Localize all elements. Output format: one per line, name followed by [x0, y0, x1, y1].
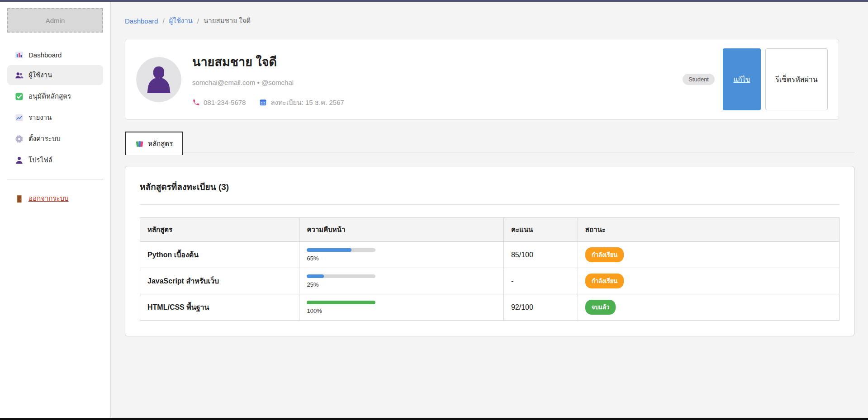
- sidebar-item-label: โปรไฟล์: [28, 155, 52, 165]
- phone-item: 081-234-5678: [192, 99, 246, 106]
- status-badge: กำลังเรียน: [585, 274, 624, 288]
- sidebar-item-label: ผู้ใช้งาน: [28, 70, 52, 80]
- sidebar-divider: [7, 179, 103, 179]
- status-cell: กำลังเรียน: [578, 268, 839, 294]
- tab-courses[interactable]: หลักสูตร: [125, 132, 183, 155]
- sidebar-item-logout[interactable]: ออกจากระบบ: [7, 189, 103, 208]
- user-email: somchai@email.com • @somchai: [192, 79, 672, 86]
- breadcrumb: Dashboard/ผู้ใช้งาน/นายสมชาย ใจดี: [125, 15, 854, 26]
- column-header: หลักสูตร: [140, 218, 299, 242]
- progress-label: 65%: [307, 255, 496, 262]
- status-cell: กำลังเรียน: [578, 242, 839, 268]
- status-badge: จบแล้ว: [585, 300, 616, 315]
- sidebar-item-label: อนุมัติหลักสูตร: [28, 91, 71, 102]
- sidebar-item-label: รายงาน: [28, 112, 52, 123]
- sidebar-item-reports[interactable]: รายงาน: [7, 108, 103, 127]
- courses-table: หลักสูตรความคืบหน้าคะแนนสถานะ Python เบื…: [140, 217, 840, 321]
- breadcrumb-link[interactable]: ผู้ใช้งาน: [169, 15, 193, 26]
- main-content: Dashboard/ผู้ใช้งาน/นายสมชาย ใจดี นายสมช…: [111, 2, 868, 418]
- progress-fill: [307, 274, 324, 278]
- admin-logo: Admin: [7, 8, 103, 33]
- course-name-cell: Python เบื้องต้น: [140, 242, 299, 268]
- table-row: Python เบื้องต้น 65% 85/100 กำลังเรียน: [140, 242, 840, 268]
- user-phone: 081-234-5678: [204, 99, 246, 106]
- registered-courses-panel: หลักสูตรที่ลงทะเบียน (3) หลักสูตรความคืบ…: [125, 166, 854, 336]
- sidebar-nav: Dashboardผู้ใช้งานอนุมัติหลักสูตรรายงานต…: [0, 46, 110, 170]
- sidebar-item-approve-courses[interactable]: อนุมัติหลักสูตร: [7, 86, 103, 106]
- profile-info: นายสมชาย ใจดี somchai@email.com • @somch…: [192, 51, 672, 108]
- approve-check-icon: [15, 92, 24, 101]
- avatar: [136, 57, 181, 102]
- user-profile-card: นายสมชาย ใจดี somchai@email.com • @somch…: [125, 39, 839, 120]
- progress-bar: [307, 248, 375, 252]
- progress-label: 25%: [307, 281, 496, 288]
- gear-icon: [15, 135, 24, 143]
- progress-cell: 100%: [299, 294, 503, 321]
- breadcrumb-separator: /: [197, 17, 199, 25]
- sidebar-item-label: ตั้งค่าระบบ: [28, 133, 61, 144]
- status-badge: กำลังเรียน: [585, 247, 624, 262]
- status-cell: จบแล้ว: [578, 294, 839, 321]
- column-header: สถานะ: [578, 218, 839, 242]
- score-cell: 85/100: [503, 242, 578, 268]
- admin-logo-label: Admin: [46, 17, 65, 24]
- panel-divider: [140, 204, 840, 205]
- sidebar-item-users[interactable]: ผู้ใช้งาน: [7, 65, 103, 85]
- tab-bar: หลักสูตร: [125, 132, 854, 155]
- progress-cell: 65%: [299, 242, 503, 268]
- sidebar: Admin Dashboardผู้ใช้งานอนุมัติหลักสูตรร…: [0, 2, 111, 418]
- progress-cell: 25%: [299, 268, 503, 294]
- logout-label: ออกจากระบบ: [28, 193, 69, 204]
- sidebar-item-label: Dashboard: [28, 51, 62, 59]
- door-icon: [15, 194, 24, 203]
- panel-title: หลักสูตรที่ลงทะเบียน (3): [140, 180, 840, 193]
- sidebar-item-settings[interactable]: ตั้งค่าระบบ: [7, 129, 103, 149]
- score-cell: -: [503, 268, 578, 294]
- person-icon: [15, 156, 24, 165]
- phone-icon: [192, 99, 200, 106]
- person-silhouette-icon: [136, 57, 181, 102]
- progress-bar: [307, 274, 375, 278]
- users-icon: [15, 71, 24, 80]
- window-bottom-edge: [0, 418, 868, 420]
- progress-label: 100%: [307, 307, 496, 314]
- user-name: นายสมชาย ใจดี: [192, 52, 672, 71]
- course-name-cell: JavaScript สำหรับเว็บ: [140, 268, 299, 294]
- books-icon: [135, 140, 144, 148]
- progress-fill: [307, 301, 375, 304]
- table-row: HTML/CSS พื้นฐาน 100% 92/100 จบแล้ว: [140, 294, 840, 321]
- score-cell: 92/100: [503, 294, 578, 321]
- breadcrumb-link[interactable]: Dashboard: [125, 17, 158, 25]
- reset-password-button[interactable]: รีเซ็ตรหัสผ่าน: [765, 48, 828, 110]
- column-header: ความคืบหน้า: [299, 218, 503, 242]
- breadcrumb-separator: /: [162, 17, 164, 25]
- registered-date: ลงทะเบียน: 15 ธ.ค. 2567: [270, 97, 344, 108]
- bar-chart-icon: [15, 51, 24, 59]
- line-chart-icon: [15, 113, 24, 122]
- sidebar-item-profile[interactable]: โปรไฟล์: [7, 150, 103, 170]
- registered-item: ลงทะเบียน: 15 ธ.ค. 2567: [259, 97, 344, 108]
- column-header: คะแนน: [503, 218, 578, 242]
- progress-fill: [307, 248, 351, 252]
- course-name-cell: HTML/CSS พื้นฐาน: [140, 294, 299, 321]
- tab-courses-label: หลักสูตร: [148, 138, 173, 149]
- table-row: JavaScript สำหรับเว็บ 25% - กำลังเรียน: [140, 268, 840, 294]
- progress-bar: [307, 301, 375, 304]
- profile-meta: 081-234-5678 ลงทะเบียน: 15 ธ.ค. 2567: [192, 97, 672, 108]
- calendar-icon: [259, 99, 267, 106]
- sidebar-item-dashboard[interactable]: Dashboard: [7, 46, 103, 64]
- course-table-header-row: หลักสูตรความคืบหน้าคะแนนสถานะ: [140, 218, 840, 242]
- profile-actions: Student แก้ไข รีเซ็ตรหัสผ่าน: [683, 48, 828, 110]
- course-table-body: Python เบื้องต้น 65% 85/100 กำลังเรียน J…: [140, 242, 840, 321]
- edit-button[interactable]: แก้ไข: [723, 48, 761, 110]
- breadcrumb-current: นายสมชาย ใจดี: [204, 15, 251, 26]
- window-top-edge: [0, 0, 868, 2]
- role-badge: Student: [683, 74, 715, 85]
